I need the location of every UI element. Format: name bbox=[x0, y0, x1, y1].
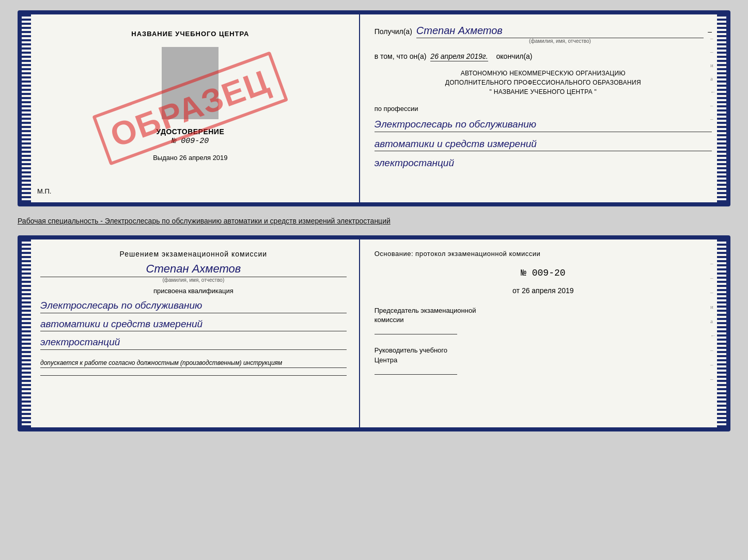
protocol-number: № 009-20 bbox=[375, 268, 712, 278]
separator-text: Рабочая специальность - Электрослесарь п… bbox=[18, 215, 730, 227]
rukovoditel-line1: Руководитель учебного bbox=[375, 346, 712, 355]
separator-label: Рабочая специальность - Электрослесарь п… bbox=[18, 217, 391, 225]
profession-line2: автоматики и средств измерений bbox=[375, 137, 712, 152]
dopusk-prefix: допускается к bbox=[40, 359, 83, 366]
profession-line1: Электрослесарь по обслуживанию bbox=[375, 118, 712, 132]
vtom-row: в том, что он(а) 26 апреля 2019г. окончи… bbox=[375, 52, 712, 61]
rukovoditel-signature bbox=[375, 374, 457, 375]
qualification-line2: автоматики и средств измерений bbox=[40, 317, 347, 332]
issued-date: Выдано 26 апреля 2019 bbox=[153, 154, 227, 162]
profession-line3: электростанций bbox=[375, 156, 712, 170]
poluchil-label: Получил(а) bbox=[375, 27, 412, 36]
issued-label: Выдано bbox=[153, 154, 177, 162]
bottom-certificate: Решением экзаменационной комиссии Степан… bbox=[18, 235, 730, 431]
prisvoena-label: присвоена квалификация bbox=[40, 287, 347, 295]
dash-after-name: – bbox=[708, 27, 712, 36]
protocol-date: от 26 апреля 2019 bbox=[375, 286, 712, 295]
top-certificate: НАЗВАНИЕ УЧЕБНОГО ЦЕНТРА УДОСТОВЕРЕНИЕ №… bbox=[18, 10, 730, 206]
cert-number: № 009-20 bbox=[172, 137, 209, 146]
org-line3: " НАЗВАНИЕ УЧЕБНОГО ЦЕНТРА " bbox=[375, 87, 712, 97]
cert-top-left: НАЗВАНИЕ УЧЕБНОГО ЦЕНТРА УДОСТОВЕРЕНИЕ №… bbox=[22, 14, 360, 202]
bottom-signature-line-left bbox=[40, 375, 347, 376]
qualification-line3: электростанций bbox=[40, 335, 347, 350]
person-name-top: Степан Ахметов bbox=[416, 25, 704, 38]
org-line1: АВТОНОМНУЮ НЕКОММЕРЧЕСКУЮ ОРГАНИЗАЦИЮ bbox=[375, 69, 712, 78]
udostoverenie-title: УДОСТОВЕРЕНИЕ bbox=[156, 127, 224, 136]
vtom-prefix: в том, что он(а) bbox=[375, 52, 427, 60]
po-professii-label: по профессии bbox=[375, 105, 712, 113]
issued-date-value: 26 апреля 2019 bbox=[179, 154, 228, 162]
predsedatel-line2: комиссии bbox=[375, 315, 712, 325]
cert-bottom-right: Основание: протокол экзаменационной коми… bbox=[360, 239, 726, 427]
predsedatel-label: Председатель экзаменационной комиссии bbox=[375, 306, 712, 325]
okonchil-label: окончил(а) bbox=[496, 52, 533, 60]
cert-top-right: Получил(а) Степан Ахметов (фамилия, имя,… bbox=[360, 14, 726, 202]
rukovoditel-label: Руководитель учебного Центра bbox=[375, 346, 712, 364]
photo-placeholder bbox=[162, 47, 219, 119]
org-line2: ДОПОЛНИТЕЛЬНОГО ПРОФЕССИОНАЛЬНОГО ОБРАЗО… bbox=[375, 78, 712, 87]
date-value: 26 апреля 2019г. bbox=[430, 52, 488, 61]
person-name-bottom-wrapper: Степан Ахметов (фамилия, имя, отчество) bbox=[40, 262, 347, 283]
poluchil-row: Получил(а) Степан Ахметов (фамилия, имя,… bbox=[375, 25, 712, 44]
school-title: НАЗВАНИЕ УЧЕБНОГО ЦЕНТРА bbox=[131, 30, 249, 38]
qualification-line1: Электрослесарь по обслуживанию bbox=[40, 299, 347, 313]
side-dashes-top: – – и а ← – – bbox=[710, 35, 716, 122]
fio-label-top: (фамилия, имя, отчество) bbox=[416, 38, 704, 44]
dopusk-work: работе согласно должностным (производств… bbox=[84, 359, 282, 366]
rukovoditel-line2: Центра bbox=[375, 356, 712, 365]
mp-label: М.П. bbox=[37, 187, 51, 195]
cert-bottom-left: Решением экзаменационной комиссии Степан… bbox=[22, 239, 360, 427]
osnovanie-label: Основание: протокол экзаменационной коми… bbox=[375, 250, 712, 258]
predsedatel-signature bbox=[375, 334, 457, 334]
fio-label-bottom: (фамилия, имя, отчество) bbox=[40, 277, 347, 283]
protocol-date-value: 26 апреля 2019 bbox=[522, 286, 574, 295]
person-name-bottom: Степан Ахметов bbox=[40, 262, 347, 277]
side-dashes-bottom: – – – и а ← – – – bbox=[710, 260, 716, 382]
dopusk-row: допускается к работе согласно должностны… bbox=[40, 358, 347, 368]
org-block: АВТОНОМНУЮ НЕКОММЕРЧЕСКУЮ ОРГАНИЗАЦИЮ ДО… bbox=[375, 69, 712, 97]
predsedatel-line1: Председатель экзаменационной bbox=[375, 306, 712, 315]
resheniem-title: Решением экзаменационной комиссии bbox=[40, 250, 347, 258]
protocol-date-prefix: от bbox=[512, 286, 520, 295]
